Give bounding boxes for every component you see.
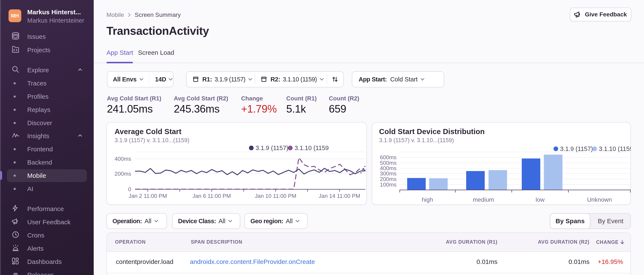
svg-text:Jan 2 11:00 PM: Jan 2 11:00 PM <box>129 193 167 199</box>
svg-text:100ms: 100ms <box>380 181 396 188</box>
svg-text:200ms: 200ms <box>114 171 131 177</box>
svg-text:200ms: 200ms <box>380 176 396 182</box>
svg-text:3.1.9 (1157): 3.1.9 (1157) <box>560 145 593 152</box>
svg-text:Jan 6 11:00 PM: Jan 6 11:00 PM <box>192 193 231 199</box>
svg-text:Jan 10 11:00 PM: Jan 10 11:00 PM <box>255 193 296 199</box>
svg-text:medium: medium <box>473 196 494 203</box>
svg-text:400ms: 400ms <box>114 156 131 162</box>
svg-text:500ms: 500ms <box>380 160 396 166</box>
svg-text:Unknown: Unknown <box>587 196 612 203</box>
svg-text:high: high <box>422 196 433 203</box>
svg-text:3.1.9 (1157): 3.1.9 (1157) <box>256 145 288 151</box>
svg-text:3.1.10 (1159: 3.1.10 (1159 <box>599 145 631 152</box>
svg-text:3.1.10 (1159: 3.1.10 (1159 <box>294 145 329 151</box>
svg-text:0: 0 <box>128 186 131 192</box>
svg-text:low: low <box>536 196 545 203</box>
svg-text:600ms: 600ms <box>380 154 396 161</box>
svg-text:Jan 14 11:00 PM: Jan 14 11:00 PM <box>319 193 360 199</box>
